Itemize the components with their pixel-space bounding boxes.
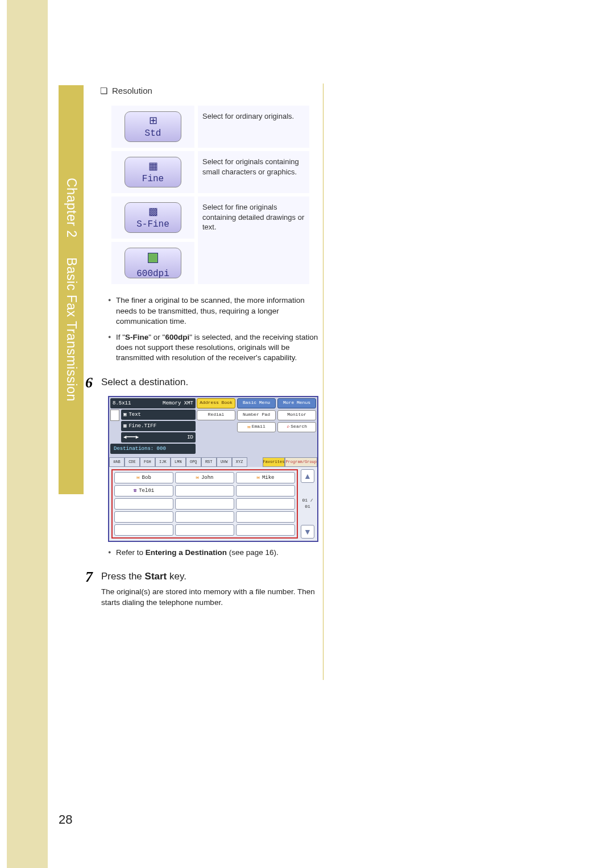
contact-button[interactable] xyxy=(236,511,295,523)
contact-name: Mike xyxy=(262,474,275,481)
chapter-block: Chapter 2 Basic Fax Transmission xyxy=(59,85,84,494)
basic-menu-tab[interactable]: Basic Menu xyxy=(237,398,276,408)
destinations-count: Destinations: 000 xyxy=(110,444,196,454)
contact-button[interactable] xyxy=(114,511,173,523)
alpha-tab[interactable]: XYZ xyxy=(232,457,247,467)
content-column: Resolution ⊞ Std Select for ordinary ori… xyxy=(97,85,324,608)
contact-button[interactable]: ✉Mike xyxy=(236,472,295,483)
alpha-tab[interactable]: #AB xyxy=(109,457,125,467)
resolution-label: S-Fine xyxy=(125,219,181,231)
redial-button[interactable]: Redial xyxy=(197,410,235,420)
fax-icon: ☎ xyxy=(134,487,136,494)
more-menus-tab[interactable]: More Menus xyxy=(277,398,316,408)
resolution-label: Fine xyxy=(125,173,181,186)
program-group-tab[interactable]: Program/Group xyxy=(285,457,317,467)
alpha-tab[interactable]: IJK xyxy=(155,457,171,467)
chapter-title: Basic Fax Transmission xyxy=(64,257,79,402)
resolution-sfine-desc: Select for fine originals containing det… xyxy=(196,195,311,286)
search-icon: ⌕ xyxy=(287,424,289,431)
paper-size: 8.5x11 xyxy=(113,400,131,407)
contact-button[interactable]: ✉John xyxy=(175,472,234,483)
file-format: Fine.TIFF xyxy=(128,423,156,429)
contact-button[interactable]: ✉Bob xyxy=(114,472,173,483)
step-6: 6 Select a destination. 8.5x11 Memory XM… xyxy=(97,376,324,558)
step-7: 7 Press the Start key. The original(s) a… xyxy=(97,570,324,607)
resolution-fine-desc: Select for originals containing small ch… xyxy=(196,149,311,195)
title-text: key. xyxy=(167,571,186,582)
resolution-std-button[interactable]: ⊞ Std xyxy=(125,111,181,142)
resolution-label: Std xyxy=(125,128,181,140)
note-bold: S-Fine xyxy=(125,333,148,341)
contact-button[interactable] xyxy=(236,485,295,496)
resolution-label: 600dpi xyxy=(125,268,181,281)
resolution-600dpi-button[interactable]: 600dpi xyxy=(125,248,181,278)
note-bold: 600dpi xyxy=(165,333,189,341)
status-row: 8.5x11 Memory XMT xyxy=(110,398,196,408)
contact-name: Tel01 xyxy=(139,487,154,494)
page-number: 28 xyxy=(59,811,72,828)
search-button[interactable]: ⌕Search xyxy=(277,422,316,432)
btn-label: Email xyxy=(252,424,265,430)
alpha-tab[interactable]: CDE xyxy=(125,457,140,467)
note-item: The finer a original to be scanned, the … xyxy=(108,295,324,327)
contact-button[interactable] xyxy=(236,498,295,510)
alpha-tabs: #AB CDE FGH IJK LMN OPQ RST UVW XYZ Favo… xyxy=(109,457,317,467)
chapter-label: Chapter 2 Basic Fax Transmission xyxy=(62,178,80,402)
alpha-tab[interactable]: UVW xyxy=(217,457,232,467)
contacts-grid: ✉Bob ✉John ✉Mike ☎Tel01 xyxy=(111,469,298,539)
address-book-screen: 8.5x11 Memory XMT ▣Text ▦Fine.TIFF xyxy=(108,396,318,542)
step-number: 7 xyxy=(85,567,93,587)
id-label: ID xyxy=(187,434,193,441)
number-pad-button[interactable]: Number Pad xyxy=(237,410,276,420)
scroll-up-button[interactable]: ▲ xyxy=(301,469,314,483)
resolution-std-desc: Select for ordinary originals. xyxy=(196,104,311,149)
favorites-tab[interactable]: Favorites xyxy=(263,457,285,467)
contact-button[interactable] xyxy=(175,524,234,536)
square-green-icon xyxy=(148,253,158,263)
contact-button[interactable]: ☎Tel01 xyxy=(114,485,173,496)
contact-name: John xyxy=(201,474,214,481)
contact-name: Bob xyxy=(142,474,151,481)
alpha-tab[interactable]: LMN xyxy=(171,457,186,467)
step-number: 6 xyxy=(85,373,93,393)
contact-button[interactable] xyxy=(175,485,234,496)
step-title: Select a destination. xyxy=(101,376,324,389)
grid-fine-icon: ▦ xyxy=(125,161,181,171)
email-button[interactable]: ✉Email xyxy=(237,422,276,432)
grid-icon: ⊞ xyxy=(125,115,181,126)
step-title: Press the Start key. xyxy=(101,570,324,583)
contact-button[interactable] xyxy=(175,498,234,510)
title-bold: Start xyxy=(145,571,167,582)
mail-icon: ✉ xyxy=(247,424,250,431)
resolution-fine-button[interactable]: ▦ Fine xyxy=(125,157,181,187)
resolution-sfine-button[interactable]: ▩ S-Fine xyxy=(125,202,181,233)
scroll-page-indicator: 01 / 01 xyxy=(300,498,315,510)
contact-button[interactable] xyxy=(236,524,295,536)
monitor-button[interactable]: Monitor xyxy=(277,410,316,420)
address-book-tab[interactable]: Address Book xyxy=(197,398,235,408)
alpha-tab[interactable]: FGH xyxy=(140,457,155,467)
mail-icon: ✉ xyxy=(196,474,198,481)
format-row: ▦Fine.TIFF xyxy=(121,421,196,431)
document-icon xyxy=(110,410,119,421)
contact-button[interactable] xyxy=(114,524,173,536)
alpha-tab[interactable]: OPQ xyxy=(186,457,201,467)
step-body: The original(s) are stored into memory w… xyxy=(101,587,324,607)
resolution-table: ⊞ Std Select for ordinary originals. ▦ F… xyxy=(108,102,313,287)
note-item: Refer to Entering a Destination (see pag… xyxy=(108,548,324,558)
mail-icon: ✉ xyxy=(256,474,259,481)
scroll-down-button[interactable]: ▼ xyxy=(301,525,314,539)
contact-button[interactable] xyxy=(175,511,234,523)
mode-row: ▣Text xyxy=(121,410,196,420)
density-row: ◀━━━▶ID xyxy=(121,432,196,443)
resolution-notes: The finer a original to be scanned, the … xyxy=(108,295,324,363)
contact-button[interactable] xyxy=(114,498,173,510)
note-bold: Entering a Destination xyxy=(146,548,227,557)
alpha-tab[interactable]: RST xyxy=(201,457,217,467)
note-text: If " xyxy=(116,333,125,341)
note-item: If "S-Fine" or "600dpi" is selected, and… xyxy=(108,332,324,364)
resolution-heading: Resolution xyxy=(100,85,324,97)
btn-label: Search xyxy=(291,424,307,430)
image-mode: Text xyxy=(128,411,141,418)
mail-icon: ✉ xyxy=(136,474,139,481)
